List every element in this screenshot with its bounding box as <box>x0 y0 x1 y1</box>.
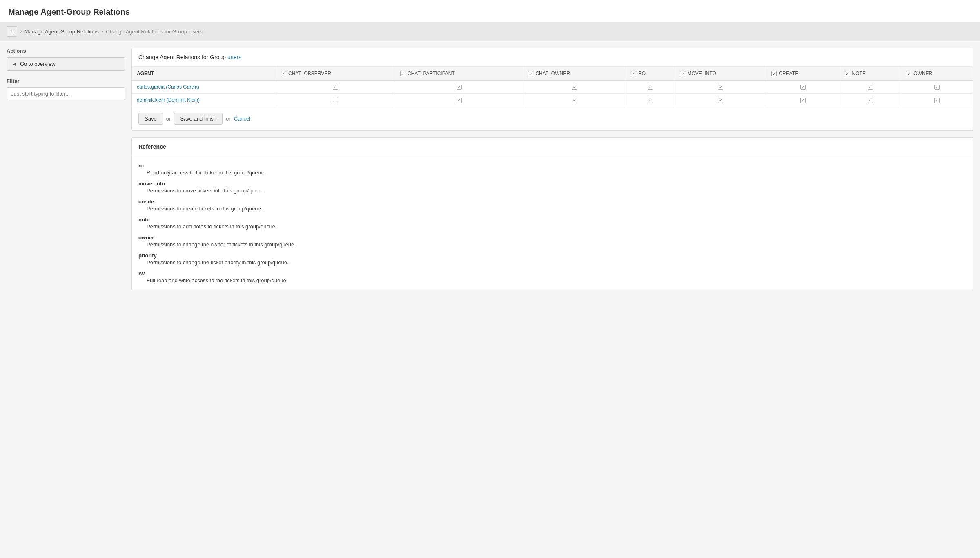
col-ro: RO <box>626 67 675 81</box>
reference-header: Reference <box>132 138 973 156</box>
check-cell-create[interactable] <box>766 94 840 107</box>
check-cell-note[interactable] <box>840 94 901 107</box>
col-owner: OWNER <box>901 67 973 81</box>
action-row: Save or Save and finish or Cancel <box>132 107 973 130</box>
breadcrumb-sep-1: › <box>20 28 22 35</box>
col-chat-observer: CHAT_OBSERVER <box>276 67 395 81</box>
agent-relations-card: Change Agent Relations for Group users A… <box>131 48 973 131</box>
ref-term: note <box>138 217 967 223</box>
ref-desc: Permissions to create tickets in this gr… <box>138 205 967 212</box>
check-move-into[interactable] <box>680 71 685 76</box>
ref-desc: Permissions to change the owner of ticke… <box>138 241 967 248</box>
col-move-into: MOVE_INTO <box>675 67 766 81</box>
table-row: carlos.garcia (Carlos Garcia) <box>132 81 973 94</box>
check-chat-observer[interactable] <box>281 71 286 76</box>
table-wrapper: AGENT CHAT_OBSERVER <box>132 67 973 107</box>
go-to-overview-button[interactable]: ◄ Go to overview <box>7 57 125 71</box>
content-area: Change Agent Relations for Group users A… <box>131 48 973 297</box>
check-owner[interactable] <box>906 71 911 76</box>
reference-card: Reference roRead only access to the tick… <box>131 137 973 290</box>
breadcrumb: ⌂ › Manage Agent-Group Relations › Chang… <box>0 22 980 41</box>
check-cell-move_into[interactable] <box>675 94 766 107</box>
check-note[interactable] <box>845 71 850 76</box>
or-text-2: or <box>226 116 231 122</box>
check-cell-chat_owner[interactable] <box>523 81 626 94</box>
reference-body: roRead only access to the ticket in this… <box>132 156 973 290</box>
sidebar: Actions ◄ Go to overview Filter <box>7 48 125 100</box>
breadcrumb-sep-2: › <box>101 28 103 35</box>
heading-prefix: Change Agent Relations for Group <box>138 54 226 60</box>
check-cell-owner[interactable] <box>901 81 973 94</box>
check-cell-ro[interactable] <box>626 81 675 94</box>
table-header-row: AGENT CHAT_OBSERVER <box>132 67 973 81</box>
check-chat-owner[interactable] <box>528 71 533 76</box>
save-button[interactable]: Save <box>138 113 163 125</box>
check-cell-chat_participant[interactable] <box>395 81 523 94</box>
filter-input[interactable] <box>7 87 125 100</box>
ref-term: create <box>138 199 967 205</box>
col-note: NOTE <box>840 67 901 81</box>
check-chat-participant[interactable] <box>400 71 405 76</box>
page-title: Manage Agent-Group Relations <box>0 0 980 22</box>
check-cell-chat_observer[interactable] <box>276 94 395 107</box>
ref-desc: Permissions to change the ticket priorit… <box>138 259 967 266</box>
ref-desc: Full read and write access to the ticket… <box>138 277 967 283</box>
check-cell-chat_participant[interactable] <box>395 94 523 107</box>
check-cell-owner[interactable] <box>901 94 973 107</box>
filter-title: Filter <box>7 78 125 84</box>
save-and-finish-button[interactable]: Save and finish <box>174 113 223 125</box>
agent-cell[interactable]: dominik.klein (Dominik Klein) <box>132 94 276 107</box>
ref-desc: Permissions to move tickets into this gr… <box>138 187 967 194</box>
group-link[interactable]: users <box>227 54 241 60</box>
col-agent: AGENT <box>132 67 276 81</box>
check-cell-note[interactable] <box>840 81 901 94</box>
go-to-overview-label: Go to overview <box>20 61 56 67</box>
actions-title: Actions <box>7 48 125 54</box>
ref-term: priority <box>138 252 967 259</box>
back-arrow-icon: ◄ <box>12 61 17 67</box>
ref-desc: Read only access to the ticket in this g… <box>138 170 967 176</box>
ref-term: move_into <box>138 181 967 187</box>
col-create: CREATE <box>766 67 840 81</box>
check-ro[interactable] <box>631 71 636 76</box>
check-cell-chat_observer[interactable] <box>276 81 395 94</box>
ref-desc: Permissions to add notes to tickets in t… <box>138 223 967 230</box>
check-cell-create[interactable] <box>766 81 840 94</box>
breadcrumb-manage[interactable]: Manage Agent-Group Relations <box>24 29 99 35</box>
check-create[interactable] <box>771 71 777 76</box>
check-cell-chat_owner[interactable] <box>523 94 626 107</box>
col-chat-owner: CHAT_OWNER <box>523 67 626 81</box>
ref-term: rw <box>138 270 967 277</box>
or-text-1: or <box>166 116 171 122</box>
ref-term: ro <box>138 163 967 169</box>
agent-relations-table: AGENT CHAT_OBSERVER <box>132 67 973 107</box>
check-cell-ro[interactable] <box>626 94 675 107</box>
check-cell-move_into[interactable] <box>675 81 766 94</box>
col-chat-participant: CHAT_PARTICIPANT <box>395 67 523 81</box>
agent-cell[interactable]: carlos.garcia (Carlos Garcia) <box>132 81 276 94</box>
breadcrumb-home-icon[interactable]: ⌂ <box>7 26 17 37</box>
card-header: Change Agent Relations for Group users <box>132 48 973 67</box>
breadcrumb-current: Change Agent Relations for Group 'users' <box>106 29 203 35</box>
cancel-link[interactable]: Cancel <box>234 116 250 122</box>
main-layout: Actions ◄ Go to overview Filter Change A… <box>0 41 980 304</box>
ref-term: owner <box>138 234 967 241</box>
table-row: dominik.klein (Dominik Klein) <box>132 94 973 107</box>
